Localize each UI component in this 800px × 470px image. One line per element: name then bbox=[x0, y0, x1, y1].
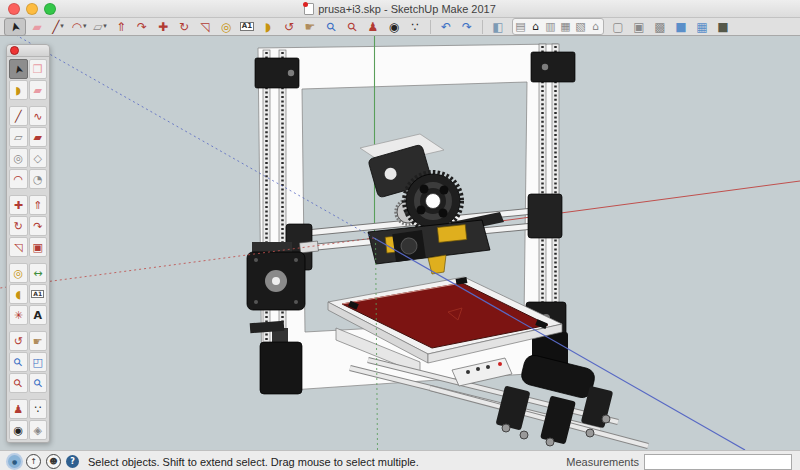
style-textures-button[interactable]: ▦ bbox=[692, 19, 712, 35]
look-around-icon: ◉ bbox=[13, 425, 23, 436]
eraser-tool-button[interactable]: ▰ bbox=[27, 19, 47, 35]
view-left-button[interactable]: ▧ bbox=[573, 20, 588, 34]
text-icon: A1 bbox=[31, 290, 44, 298]
look-around-button[interactable]: ◉ bbox=[384, 19, 404, 35]
fullscreen-button[interactable] bbox=[44, 3, 56, 15]
palette-close-button[interactable] bbox=[10, 46, 19, 55]
palette-separator bbox=[9, 394, 47, 398]
undo-button[interactable]: ↶ bbox=[436, 19, 456, 35]
palette-pan-button[interactable]: ☛ bbox=[29, 331, 48, 351]
measurements-input[interactable] bbox=[644, 454, 792, 470]
palette-line-button[interactable]: ╱ bbox=[9, 106, 28, 126]
select-tool-button[interactable]: ➤ bbox=[4, 18, 26, 36]
palette-rotated-rectangle-button[interactable]: ▰ bbox=[29, 127, 48, 147]
palette-dimension-button[interactable]: ↔ bbox=[29, 263, 48, 283]
minimize-button[interactable] bbox=[26, 3, 38, 15]
zoom-tool-button[interactable]: ⚲ bbox=[321, 19, 341, 35]
arc-icon: ◠ bbox=[13, 174, 23, 185]
palette-select-button[interactable]: ➤ bbox=[9, 59, 28, 79]
dimension-icon: ↔ bbox=[33, 268, 42, 279]
view-home-button[interactable]: ⌂ bbox=[588, 20, 603, 34]
palette-paint-bucket-button[interactable]: ◗ bbox=[9, 80, 28, 100]
dropdown-caret-icon[interactable]: ▾ bbox=[103, 23, 107, 30]
view-right-button[interactable]: ▥ bbox=[543, 20, 558, 34]
line-icon: ╱ bbox=[52, 21, 59, 33]
palette-text-button[interactable]: A1 bbox=[29, 284, 48, 304]
palette-polygon-button[interactable]: ◇ bbox=[29, 148, 48, 168]
line-tool-button[interactable]: ╱▾ bbox=[48, 19, 68, 35]
rectangle-tool-button[interactable]: ▱▾ bbox=[90, 19, 110, 35]
view-iso-button[interactable]: ◧ bbox=[488, 19, 508, 35]
arc-tool-button[interactable]: ◠▾ bbox=[69, 19, 89, 35]
style-shaded-button[interactable]: ■ bbox=[671, 19, 691, 35]
redo-button[interactable]: ↷ bbox=[457, 19, 477, 35]
view-back-button[interactable]: ▦ bbox=[558, 20, 573, 34]
style-hidden-line-button[interactable]: ▩ bbox=[650, 19, 670, 35]
dropdown-caret-icon[interactable]: ▾ bbox=[60, 23, 64, 30]
palette-arc-button[interactable]: ◠ bbox=[9, 169, 28, 189]
view-front-button[interactable]: ⌂ bbox=[528, 20, 543, 34]
pan-tool-button[interactable]: ☛ bbox=[300, 19, 320, 35]
dropdown-caret-icon[interactable]: ▾ bbox=[83, 23, 87, 30]
palette-pie-button[interactable]: ◔ bbox=[29, 169, 48, 189]
palette-look-around-button[interactable]: ◉ bbox=[9, 420, 28, 440]
left-stepper-motor bbox=[247, 242, 305, 310]
palette-push-pull-button[interactable]: ⇑ bbox=[29, 195, 48, 215]
help-icon[interactable]: ? bbox=[66, 455, 79, 468]
palette-zoom-window-button[interactable]: ◰ bbox=[29, 352, 48, 372]
style-xray-button[interactable]: ▢ bbox=[608, 19, 628, 35]
palette-orbit-button[interactable]: ↺ bbox=[9, 331, 28, 351]
paint-bucket-tool-button[interactable]: ◗ bbox=[258, 19, 278, 35]
zoom-extents-icon: ⚲ bbox=[12, 376, 25, 389]
palette-position-camera-button[interactable]: ♟ bbox=[9, 399, 28, 419]
make-component-icon: ❒ bbox=[33, 64, 43, 75]
zoom-extents-button[interactable]: ⚲ bbox=[342, 19, 362, 35]
style-monochrome-button[interactable]: ■ bbox=[713, 19, 733, 35]
palette-3d-text-button[interactable]: A bbox=[29, 305, 48, 325]
close-button[interactable] bbox=[8, 3, 20, 15]
rotate-tool-button[interactable]: ↻ bbox=[174, 19, 194, 35]
move-tool-button[interactable]: ✚ bbox=[153, 19, 173, 35]
palette-make-component-button[interactable]: ❒ bbox=[29, 59, 48, 79]
view-top-button[interactable]: ▤ bbox=[513, 20, 528, 34]
palette-rectangle-button[interactable]: ▱ bbox=[9, 127, 28, 147]
push-pull-icon: ⇑ bbox=[33, 200, 42, 211]
palette-move-button[interactable]: ✚ bbox=[9, 195, 28, 215]
position-camera-icon: ♟ bbox=[368, 21, 379, 33]
style-back-edges-button[interactable]: ▣ bbox=[629, 19, 649, 35]
undo-icon: ↶ bbox=[441, 21, 451, 33]
palette-zoom-extents-button[interactable]: ⚲ bbox=[9, 373, 28, 393]
zoom-icon: ⚲ bbox=[12, 355, 25, 368]
palette-zoom-previous-button[interactable]: ⚲ bbox=[29, 373, 48, 393]
palette-offset-button[interactable]: ▣ bbox=[29, 237, 48, 257]
orbit-tool-button[interactable]: ↺ bbox=[279, 19, 299, 35]
text-tool-button[interactable]: A1 bbox=[237, 19, 257, 35]
sign-in-icon[interactable]: ☻ bbox=[46, 454, 61, 469]
claim-credit-icon[interactable]: ↑ bbox=[26, 454, 41, 469]
palette-section-plane-button[interactable]: ◈ bbox=[29, 420, 48, 440]
walk-tool-button[interactable]: ∵ bbox=[405, 19, 425, 35]
palette-zoom-button[interactable]: ⚲ bbox=[9, 352, 28, 372]
palette-eraser-button[interactable]: ▰ bbox=[29, 80, 48, 100]
push-pull-tool-button[interactable]: ⇑ bbox=[111, 19, 131, 35]
viewport[interactable]: ➤❒ ◗▰ ╱∿ ▱▰ ◎◇ ◠◔ ✚⇑ ↻↷ ◹▣ ◎↔ ◖A1 ✳A ↺☛ … bbox=[0, 36, 800, 450]
rotate-icon: ↻ bbox=[179, 21, 189, 33]
follow-me-tool-button[interactable]: ↷ bbox=[132, 19, 152, 35]
palette-scale-button[interactable]: ◹ bbox=[9, 237, 28, 257]
freehand-icon: ∿ bbox=[33, 111, 42, 122]
palette-tape-measure-button[interactable]: ◎ bbox=[9, 263, 28, 283]
palette-walk-button[interactable]: ∵ bbox=[29, 399, 48, 419]
scale-tool-button[interactable]: ◹ bbox=[195, 19, 215, 35]
tape-measure-tool-button[interactable]: ◎ bbox=[216, 19, 236, 35]
palette-protractor-button[interactable]: ◖ bbox=[9, 284, 28, 304]
palette-rotate-button[interactable]: ↻ bbox=[9, 216, 28, 236]
palette-axes-button[interactable]: ✳ bbox=[9, 305, 28, 325]
palette-title-bar[interactable] bbox=[7, 45, 49, 57]
palette-freehand-button[interactable]: ∿ bbox=[29, 106, 48, 126]
position-camera-button[interactable]: ♟ bbox=[363, 19, 383, 35]
model-canvas[interactable] bbox=[0, 36, 800, 450]
orbit-icon: ↺ bbox=[284, 21, 294, 33]
palette-circle-button[interactable]: ◎ bbox=[9, 148, 28, 168]
palette-follow-me-button[interactable]: ↷ bbox=[29, 216, 48, 236]
geolocation-icon[interactable]: ● bbox=[8, 455, 21, 468]
